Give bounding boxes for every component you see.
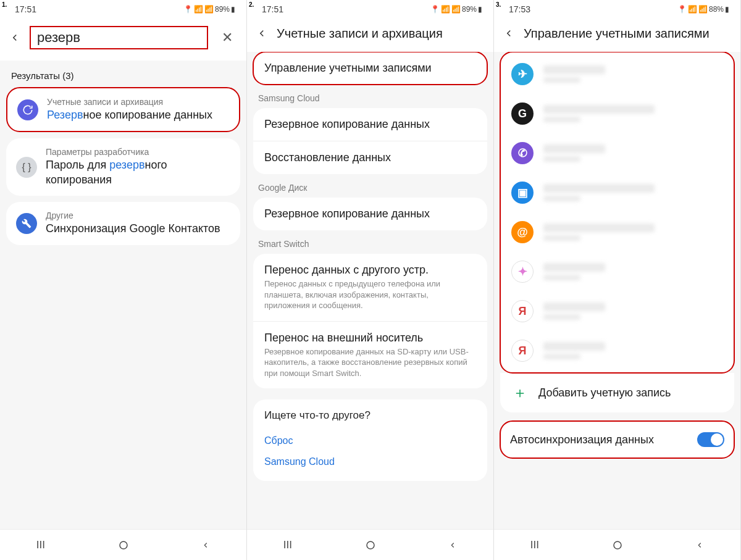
location-icon: 📍: [183, 5, 193, 14]
account-text-redacted: [543, 144, 605, 162]
location-icon: 📍: [430, 5, 440, 14]
autosync-label: Автосинхронизация данных: [510, 433, 654, 446]
nav-bar: III: [494, 529, 740, 560]
restore-data-link[interactable]: Восстановление данных: [253, 141, 487, 174]
battery-text: 88%: [709, 5, 724, 14]
result-title: Синхронизация Google Контактов: [46, 222, 230, 236]
nav-home[interactable]: [118, 540, 129, 551]
status-bar: 17:51 📍 📶 📶 89% ▮: [247, 0, 493, 19]
result-breadcrumb: Учетные записи и архивация: [47, 97, 229, 107]
plus-icon: ＋: [513, 383, 527, 403]
battery-icon: ▮: [231, 5, 235, 14]
svg-point-0: [120, 541, 127, 549]
battery-text: 89%: [462, 5, 477, 14]
result-row[interactable]: Учетные записи и архивация Резервное коп…: [7, 88, 239, 131]
back-button[interactable]: [7, 30, 22, 45]
account-row[interactable]: ✦: [500, 252, 734, 291]
looking-title: Ищете что-то другое?: [264, 409, 476, 422]
signal-icon: 📶: [204, 5, 214, 14]
results-count: Результаты (3): [0, 61, 246, 87]
transfer-external-link[interactable]: Перенос на внешний носитель Резервное ко…: [253, 322, 487, 389]
nav-home[interactable]: [612, 540, 623, 551]
account-row[interactable]: ✆: [500, 133, 734, 173]
result-row[interactable]: Другие Синхронизация Google Контактов: [6, 202, 240, 244]
signal-icon: 📶: [698, 5, 708, 14]
account-app-icon: Я: [511, 300, 534, 322]
wifi-icon: 📶: [194, 5, 203, 14]
account-row[interactable]: ✈: [500, 54, 734, 94]
samsung-cloud-card: Резервное копирование данных Восстановле…: [253, 108, 487, 174]
page-title: Учетные записи и архивация: [277, 27, 484, 41]
nav-recents[interactable]: III: [530, 539, 539, 551]
status-time: 17:51: [262, 4, 283, 14]
step-label: 1.: [2, 1, 7, 8]
wifi-icon: 📶: [441, 5, 450, 14]
result-breadcrumb: Другие: [46, 211, 230, 220]
item-title: Перенос на внешний носитель: [264, 332, 476, 345]
account-app-icon: @: [511, 221, 534, 243]
accounts-list: ✈G✆▣@✦ЯЯ: [500, 52, 734, 373]
account-row[interactable]: Я: [500, 331, 734, 370]
screen-1-search: 1. 17:51 📍 📶 📶 89% ▮ ✕ Результаты (3): [0, 0, 247, 560]
search-results: Результаты (3) Учетные записи и архиваци…: [0, 61, 246, 529]
status-bar: 17:51 📍 📶 📶 89% ▮: [0, 0, 246, 19]
result-breadcrumb: Параметры разработчика: [46, 147, 230, 157]
nav-recents[interactable]: III: [283, 539, 292, 551]
search-header: ✕: [0, 19, 246, 61]
manage-accounts-link[interactable]: Управление учетными записями: [253, 52, 487, 85]
item-sub: Перенос данных с предыдущего телефона ил…: [264, 278, 476, 311]
smart-switch-card: Перенос данных с другого устр. Перенос д…: [253, 254, 487, 388]
nav-home[interactable]: [365, 540, 376, 551]
reset-link[interactable]: Сброс: [264, 430, 476, 451]
back-button[interactable]: [254, 26, 269, 41]
result-title: Пароль для резервного копирования: [46, 158, 230, 187]
nav-back[interactable]: [201, 541, 210, 550]
account-text-redacted: [543, 303, 605, 320]
account-row[interactable]: @: [500, 212, 734, 252]
signal-icon: 📶: [451, 5, 461, 14]
search-input[interactable]: [37, 30, 201, 46]
account-text-redacted: [543, 105, 655, 122]
back-button[interactable]: [501, 26, 516, 41]
transfer-from-device-link[interactable]: Перенос данных с другого устр. Перенос д…: [253, 254, 487, 322]
backup-data-link[interactable]: Резервное копирование данных: [253, 108, 487, 141]
settings-list: Управление учетными записями Samsung Clo…: [247, 52, 493, 529]
status-time: 17:51: [15, 4, 36, 14]
other-icon: [16, 213, 37, 234]
add-account-button[interactable]: ＋ Добавить учетную запись: [500, 373, 734, 412]
account-app-icon: ▣: [511, 182, 534, 204]
account-row[interactable]: ▣: [500, 173, 734, 212]
autosync-row: Автосинхронизация данных: [500, 421, 734, 458]
page-header: Управление учетными записями: [494, 19, 740, 52]
account-row[interactable]: G: [500, 94, 734, 133]
page-title: Управление учетными записями: [524, 27, 731, 41]
google-backup-link[interactable]: Резервное копирование данных: [253, 198, 487, 230]
status-right: 📍 📶 📶 88% ▮: [677, 5, 729, 14]
account-app-icon: Я: [511, 340, 534, 362]
status-time: 17:53: [509, 4, 530, 14]
page-header: Учетные записи и архивация: [247, 19, 493, 52]
nav-back[interactable]: [695, 541, 704, 550]
step-label: 3.: [496, 1, 501, 8]
nav-recents[interactable]: III: [36, 539, 45, 551]
section-samsung-cloud: Samsung Cloud: [247, 85, 493, 108]
looking-for-card: Ищете что-то другое? Сброс Samsung Cloud: [253, 399, 487, 481]
screen-3-manage: 3. 17:53 📍 📶 📶 88% ▮ Управление учетными…: [494, 0, 741, 560]
account-app-icon: ✈: [511, 63, 534, 85]
result-card-1: Учетные записи и архивация Резервное коп…: [6, 87, 240, 132]
add-account-label: Добавить учетную запись: [538, 387, 671, 399]
nav-bar: III: [247, 529, 493, 560]
account-text-redacted: [543, 342, 605, 359]
google-drive-card: Резервное копирование данных: [253, 198, 487, 230]
accounts-icon: [17, 99, 38, 120]
account-app-icon: G: [511, 102, 534, 125]
clear-search-button[interactable]: ✕: [218, 30, 237, 46]
account-text-redacted: [543, 65, 605, 83]
autosync-toggle[interactable]: [697, 432, 724, 447]
nav-back[interactable]: [448, 541, 457, 550]
samsung-cloud-link[interactable]: Samsung Cloud: [264, 451, 476, 472]
account-text-redacted: [543, 224, 655, 241]
account-text-redacted: [543, 184, 655, 201]
result-row[interactable]: { } Параметры разработчика Пароль для ре…: [6, 138, 240, 196]
account-row[interactable]: Я: [500, 291, 734, 331]
